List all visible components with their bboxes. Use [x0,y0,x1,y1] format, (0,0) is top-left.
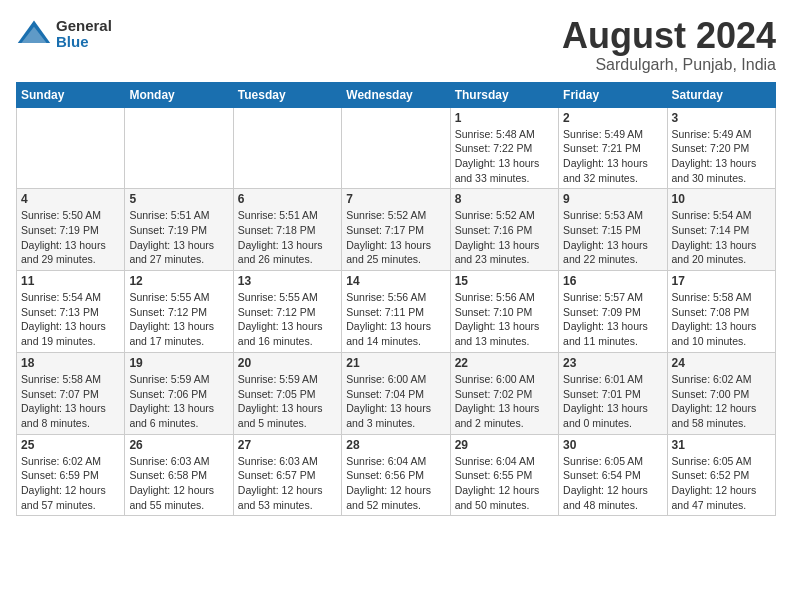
day-header-friday: Friday [559,82,667,107]
logo-general: General [56,18,112,35]
day-info: Sunrise: 5:54 AM Sunset: 7:13 PM Dayligh… [21,290,120,349]
day-cell [125,107,233,189]
header: General Blue August 2024 Sardulgarh, Pun… [16,16,776,74]
calendar-header-row: SundayMondayTuesdayWednesdayThursdayFrid… [17,82,776,107]
day-info: Sunrise: 6:02 AM Sunset: 6:59 PM Dayligh… [21,454,120,513]
day-header-tuesday: Tuesday [233,82,341,107]
day-header-thursday: Thursday [450,82,558,107]
day-number: 29 [455,438,554,452]
day-cell: 10Sunrise: 5:54 AM Sunset: 7:14 PM Dayli… [667,189,775,271]
day-number: 22 [455,356,554,370]
day-number: 30 [563,438,662,452]
day-cell: 30Sunrise: 6:05 AM Sunset: 6:54 PM Dayli… [559,434,667,516]
day-number: 16 [563,274,662,288]
title-area: August 2024 Sardulgarh, Punjab, India [562,16,776,74]
day-cell: 25Sunrise: 6:02 AM Sunset: 6:59 PM Dayli… [17,434,125,516]
day-cell: 14Sunrise: 5:56 AM Sunset: 7:11 PM Dayli… [342,271,450,353]
day-cell [342,107,450,189]
day-number: 28 [346,438,445,452]
day-number: 3 [672,111,771,125]
day-cell: 17Sunrise: 5:58 AM Sunset: 7:08 PM Dayli… [667,271,775,353]
day-cell: 28Sunrise: 6:04 AM Sunset: 6:56 PM Dayli… [342,434,450,516]
day-cell: 7Sunrise: 5:52 AM Sunset: 7:17 PM Daylig… [342,189,450,271]
day-number: 13 [238,274,337,288]
day-cell: 12Sunrise: 5:55 AM Sunset: 7:12 PM Dayli… [125,271,233,353]
week-row-4: 18Sunrise: 5:58 AM Sunset: 7:07 PM Dayli… [17,352,776,434]
day-info: Sunrise: 5:59 AM Sunset: 7:06 PM Dayligh… [129,372,228,431]
day-cell: 8Sunrise: 5:52 AM Sunset: 7:16 PM Daylig… [450,189,558,271]
day-info: Sunrise: 5:48 AM Sunset: 7:22 PM Dayligh… [455,127,554,186]
day-number: 10 [672,192,771,206]
day-info: Sunrise: 5:52 AM Sunset: 7:16 PM Dayligh… [455,208,554,267]
day-number: 11 [21,274,120,288]
day-number: 2 [563,111,662,125]
day-number: 21 [346,356,445,370]
day-info: Sunrise: 5:52 AM Sunset: 7:17 PM Dayligh… [346,208,445,267]
day-cell: 24Sunrise: 6:02 AM Sunset: 7:00 PM Dayli… [667,352,775,434]
day-cell: 31Sunrise: 6:05 AM Sunset: 6:52 PM Dayli… [667,434,775,516]
day-cell: 15Sunrise: 5:56 AM Sunset: 7:10 PM Dayli… [450,271,558,353]
day-header-wednesday: Wednesday [342,82,450,107]
day-cell: 27Sunrise: 6:03 AM Sunset: 6:57 PM Dayli… [233,434,341,516]
day-number: 8 [455,192,554,206]
calendar: SundayMondayTuesdayWednesdayThursdayFrid… [16,82,776,517]
day-info: Sunrise: 5:49 AM Sunset: 7:20 PM Dayligh… [672,127,771,186]
month-title: August 2024 [562,16,776,56]
day-info: Sunrise: 6:03 AM Sunset: 6:58 PM Dayligh… [129,454,228,513]
logo: General Blue [16,16,112,52]
day-cell: 6Sunrise: 5:51 AM Sunset: 7:18 PM Daylig… [233,189,341,271]
day-cell: 20Sunrise: 5:59 AM Sunset: 7:05 PM Dayli… [233,352,341,434]
day-info: Sunrise: 6:05 AM Sunset: 6:54 PM Dayligh… [563,454,662,513]
day-cell: 9Sunrise: 5:53 AM Sunset: 7:15 PM Daylig… [559,189,667,271]
week-row-2: 4Sunrise: 5:50 AM Sunset: 7:19 PM Daylig… [17,189,776,271]
day-number: 15 [455,274,554,288]
day-number: 20 [238,356,337,370]
day-number: 17 [672,274,771,288]
day-cell [17,107,125,189]
day-info: Sunrise: 5:54 AM Sunset: 7:14 PM Dayligh… [672,208,771,267]
day-info: Sunrise: 5:56 AM Sunset: 7:11 PM Dayligh… [346,290,445,349]
day-number: 31 [672,438,771,452]
day-header-monday: Monday [125,82,233,107]
day-info: Sunrise: 6:01 AM Sunset: 7:01 PM Dayligh… [563,372,662,431]
day-info: Sunrise: 5:58 AM Sunset: 7:08 PM Dayligh… [672,290,771,349]
day-cell: 11Sunrise: 5:54 AM Sunset: 7:13 PM Dayli… [17,271,125,353]
day-info: Sunrise: 6:00 AM Sunset: 7:02 PM Dayligh… [455,372,554,431]
day-number: 19 [129,356,228,370]
day-info: Sunrise: 5:55 AM Sunset: 7:12 PM Dayligh… [129,290,228,349]
logo-icon [16,16,52,52]
day-header-sunday: Sunday [17,82,125,107]
day-number: 5 [129,192,228,206]
day-number: 7 [346,192,445,206]
day-number: 27 [238,438,337,452]
day-number: 23 [563,356,662,370]
day-cell: 18Sunrise: 5:58 AM Sunset: 7:07 PM Dayli… [17,352,125,434]
day-cell: 3Sunrise: 5:49 AM Sunset: 7:20 PM Daylig… [667,107,775,189]
day-info: Sunrise: 5:55 AM Sunset: 7:12 PM Dayligh… [238,290,337,349]
day-info: Sunrise: 6:04 AM Sunset: 6:55 PM Dayligh… [455,454,554,513]
day-number: 26 [129,438,228,452]
day-number: 6 [238,192,337,206]
day-info: Sunrise: 6:04 AM Sunset: 6:56 PM Dayligh… [346,454,445,513]
day-cell: 1Sunrise: 5:48 AM Sunset: 7:22 PM Daylig… [450,107,558,189]
day-info: Sunrise: 6:02 AM Sunset: 7:00 PM Dayligh… [672,372,771,431]
day-number: 24 [672,356,771,370]
day-info: Sunrise: 5:57 AM Sunset: 7:09 PM Dayligh… [563,290,662,349]
day-number: 4 [21,192,120,206]
day-cell: 23Sunrise: 6:01 AM Sunset: 7:01 PM Dayli… [559,352,667,434]
day-cell: 19Sunrise: 5:59 AM Sunset: 7:06 PM Dayli… [125,352,233,434]
day-info: Sunrise: 5:58 AM Sunset: 7:07 PM Dayligh… [21,372,120,431]
day-cell: 13Sunrise: 5:55 AM Sunset: 7:12 PM Dayli… [233,271,341,353]
logo-text: General Blue [56,18,112,51]
day-number: 25 [21,438,120,452]
day-number: 14 [346,274,445,288]
week-row-1: 1Sunrise: 5:48 AM Sunset: 7:22 PM Daylig… [17,107,776,189]
day-number: 9 [563,192,662,206]
day-info: Sunrise: 5:50 AM Sunset: 7:19 PM Dayligh… [21,208,120,267]
day-info: Sunrise: 5:53 AM Sunset: 7:15 PM Dayligh… [563,208,662,267]
day-number: 12 [129,274,228,288]
day-cell: 26Sunrise: 6:03 AM Sunset: 6:58 PM Dayli… [125,434,233,516]
day-info: Sunrise: 5:51 AM Sunset: 7:18 PM Dayligh… [238,208,337,267]
day-info: Sunrise: 5:56 AM Sunset: 7:10 PM Dayligh… [455,290,554,349]
week-row-3: 11Sunrise: 5:54 AM Sunset: 7:13 PM Dayli… [17,271,776,353]
